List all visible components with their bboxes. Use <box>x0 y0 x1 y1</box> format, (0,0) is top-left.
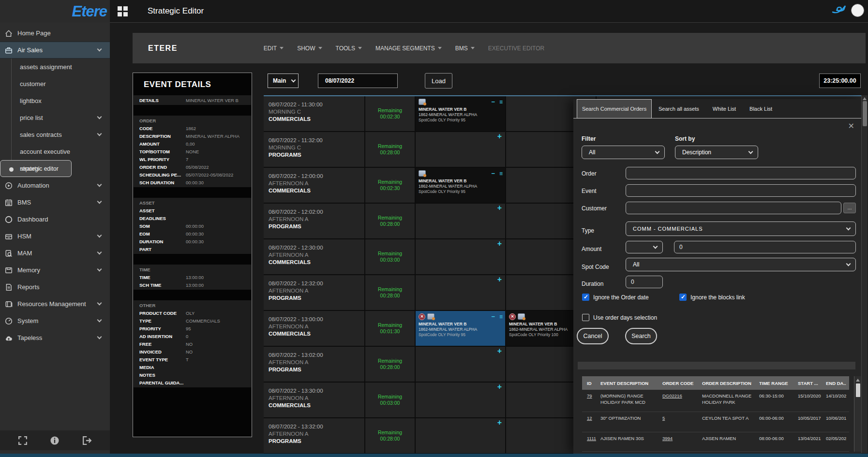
schedule-slot[interactable]: −≡MINERAL WATER VER B1862-MINERAL WATER … <box>416 96 506 131</box>
spot-menu-icon[interactable]: ≡ <box>499 313 503 320</box>
schedule-time-cell[interactable]: 08/07/2022 - 12:32:00AFTERNOON APROGRAMS <box>264 275 365 310</box>
schedule-slot[interactable]: + <box>416 418 506 453</box>
checkbox-ignore-the-order-date[interactable]: Ignore the Order date <box>582 294 649 301</box>
schedule-time-cell[interactable]: 08/07/2022 - 12:30:00AFTERNOON ACOMMERCI… <box>264 239 365 274</box>
customer-browse-button[interactable]: ... <box>843 203 856 213</box>
vertical-scrollbar[interactable] <box>861 95 868 453</box>
close-icon[interactable]: ✕ <box>848 122 854 130</box>
event-card-selected[interactable]: ✕−≡MINERAL WATER VER B1862-MINERAL WATER… <box>416 311 505 346</box>
schedule-time-cell[interactable]: 08/07/2022 - 11:30:00MORNING CCOMMERCIAL… <box>264 96 365 131</box>
sidebar-item-tapeless[interactable]: Tapeless <box>0 329 110 346</box>
checkbox-box[interactable] <box>582 314 589 321</box>
sidebar-item-lightbox[interactable]: lightbox <box>0 92 110 109</box>
sidebar-item-home-page[interactable]: Home Page <box>0 25 110 42</box>
apps-grid-icon[interactable] <box>118 6 128 16</box>
add-spot-icon[interactable]: + <box>497 383 502 391</box>
order-code-link[interactable]: 3994 <box>662 436 673 441</box>
checkbox-box[interactable] <box>679 294 687 301</box>
checkbox-ignore-the-blocks-link[interactable]: Ignore the blocks link <box>679 294 745 301</box>
remove-spot-icon[interactable]: − <box>491 313 495 320</box>
sidebar-item-reports[interactable]: Reports <box>0 279 110 295</box>
fullscreen-icon[interactable] <box>18 436 28 445</box>
sidebar-item-bms[interactable]: BMS <box>0 194 110 211</box>
id-link[interactable]: 12 <box>587 415 592 421</box>
sidebar-item-customer[interactable]: customer <box>0 75 110 92</box>
sidebar-item-hsm[interactable]: HSM <box>0 228 110 245</box>
menu-item-edit[interactable]: EDIT <box>264 45 284 52</box>
sidebar-item-mam[interactable]: MAM <box>0 245 110 262</box>
schedule-slot[interactable]: + <box>416 383 506 417</box>
add-spot-icon[interactable]: + <box>497 347 502 355</box>
id-link[interactable]: 1111 <box>587 436 596 441</box>
order-code-link[interactable]: 5 <box>662 415 665 421</box>
add-spot-icon[interactable]: + <box>497 204 502 212</box>
menu-item-manage-segments[interactable]: MANAGE SEGMENTS <box>375 45 442 52</box>
schedule-slot[interactable]: ✕−≡MINERAL WATER VER B1862-MINERAL WATER… <box>416 311 506 346</box>
schedule-time-cell[interactable]: 08/07/2022 - 12:00:00AFTERNOON ACOMMERCI… <box>264 168 365 203</box>
sidebar-item-reports[interactable]: reports <box>0 160 110 177</box>
amount-operator-select[interactable] <box>626 241 663 253</box>
checkbox-use-order-days-selection[interactable]: Use order days selection <box>582 314 657 321</box>
filter-select[interactable]: All <box>582 146 665 159</box>
spot-menu-icon[interactable]: ≡ <box>499 170 503 177</box>
sidebar-item-sales-contracts[interactable]: sales contracts <box>0 126 110 143</box>
sidebar-item-memory[interactable]: Memory <box>0 262 110 279</box>
schedule-time-cell[interactable]: 08/07/2022 - 11:32:00MORNING CPROGRAMS <box>264 132 365 167</box>
sidebar-item-price-list[interactable]: price list <box>0 109 110 126</box>
tab-search-commercial-orders[interactable]: Search Commercial Orders <box>577 99 652 118</box>
cancel-button[interactable]: Cancel <box>577 328 609 344</box>
sidebar-item-assets-assignment[interactable]: assets assignment <box>0 59 110 75</box>
schedule-time-cell[interactable]: 08/07/2022 - 13:02:00AFTERNOON APROGRAMS <box>264 347 365 382</box>
amount-input[interactable]: 0 <box>674 241 856 253</box>
load-button[interactable]: Load <box>425 73 452 88</box>
schedule-slot[interactable]: + <box>416 204 506 238</box>
channel-select[interactable]: Main <box>268 74 299 88</box>
remove-spot-icon[interactable]: − <box>491 98 495 105</box>
schedule-time-cell[interactable]: 08/07/2022 - 13:32:00AFTERNOON APROGRAMS <box>264 418 365 453</box>
event-card[interactable]: −≡MINERAL WATER VER B1862-MINERAL WATER … <box>416 168 505 203</box>
sidebar-item-dashboard[interactable]: Dashboard <box>0 211 110 228</box>
duration-input[interactable]: 0 <box>626 276 663 288</box>
sidebar-item-system[interactable]: System <box>0 312 110 329</box>
sidebar-item-air-sales[interactable]: Air Sales <box>0 42 110 59</box>
sidebar-item-automation[interactable]: Automation <box>0 177 110 194</box>
add-spot-icon[interactable]: + <box>497 418 502 427</box>
add-spot-icon[interactable]: + <box>497 275 502 284</box>
schedule-time-cell[interactable]: 08/07/2022 - 13:30:00AFTERNOON ACOMMERCI… <box>264 383 365 417</box>
event-input[interactable] <box>626 184 856 197</box>
scrollbar-thumb[interactable] <box>863 101 867 126</box>
schedule-slot[interactable]: + <box>416 239 506 274</box>
id-link[interactable]: 79 <box>587 393 592 398</box>
menu-item-tools[interactable]: TOOLS <box>336 45 362 52</box>
schedule-time-cell[interactable]: 08/07/2022 - 13:00:00AFTERNOON ACOMMERCI… <box>264 311 365 346</box>
scrollbar-thumb[interactable] <box>856 383 860 397</box>
schedule-slot[interactable]: + <box>416 347 506 382</box>
table-row[interactable]: 79(MORNING) RANGE HOLIDAY PARK MCDDG0221… <box>582 390 849 412</box>
order-code-link[interactable]: DG02216 <box>662 393 682 398</box>
remove-spot-icon[interactable]: − <box>491 170 495 177</box>
sidebar-item-resources-management[interactable]: Resources Management <box>0 295 110 312</box>
checkbox-box[interactable] <box>582 294 589 301</box>
schedule-slot[interactable]: −≡MINERAL WATER VER B1862-MINERAL WATER … <box>416 168 506 203</box>
menu-item-show[interactable]: SHOW <box>297 45 322 52</box>
table-row[interactable]: 1111AJISEN RAMEN 30S3994AJISEN RAMEN08:0… <box>582 432 849 452</box>
results-filter-bar[interactable] <box>578 362 855 369</box>
schedule-time-cell[interactable]: 08/07/2022 - 12:02:00AFTERNOON APROGRAMS <box>264 204 365 238</box>
info-icon[interactable] <box>50 436 60 445</box>
scroll-up-icon[interactable] <box>856 379 860 382</box>
tab-black-list[interactable]: Black List <box>743 99 779 118</box>
search-button[interactable]: Search <box>625 328 657 344</box>
logout-icon[interactable] <box>82 436 92 445</box>
spot-code-select[interactable]: All <box>626 258 856 271</box>
type-select[interactable]: COMM - COMMERCIALS <box>626 221 856 236</box>
add-spot-icon[interactable]: + <box>497 239 502 248</box>
schedule-slot[interactable]: + <box>416 275 506 310</box>
customer-input[interactable] <box>626 202 841 214</box>
schedule-slot[interactable]: + <box>416 132 506 167</box>
user-avatar[interactable] <box>851 4 864 17</box>
table-row[interactable]: 1230" OPTIMIZATION5CEYLON TEA SPOT A06:0… <box>582 412 849 432</box>
tab-search-all-assets[interactable]: Search all assets <box>652 99 706 118</box>
event-card[interactable]: −≡MINERAL WATER VER B1862-MINERAL WATER … <box>416 96 505 131</box>
tab-white-list[interactable]: White List <box>706 99 743 118</box>
add-spot-icon[interactable]: + <box>497 132 502 141</box>
